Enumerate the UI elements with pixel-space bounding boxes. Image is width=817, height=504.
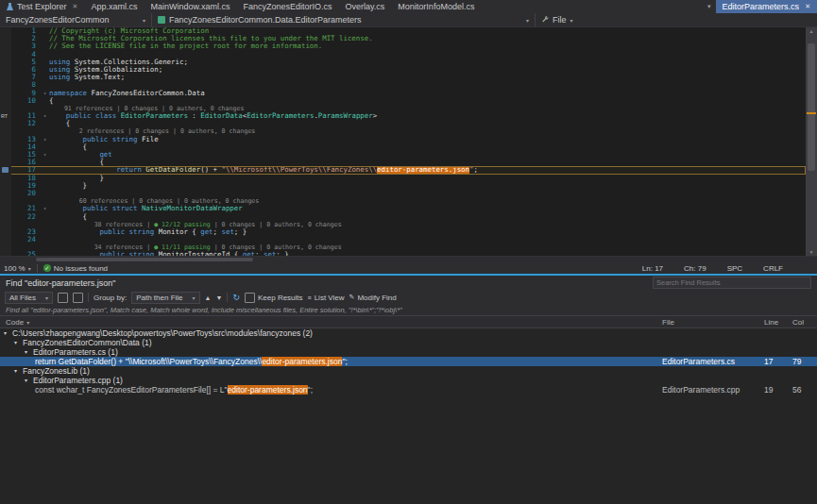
code-line[interactable]: 21▾ public struct NativeMonitorDataWrapp…: [0, 205, 806, 212]
fold-chevron-icon[interactable]: ▾: [41, 205, 49, 212]
fold-margin: [41, 190, 49, 197]
group-by-dropdown[interactable]: Path then File ▾: [131, 292, 199, 304]
glyph-margin: [0, 120, 11, 127]
project-dropdown[interactable]: FancyZonesEditorCommon ▾: [0, 13, 152, 26]
find-panel-title: Find "editor-parameters.json": [6, 278, 115, 288]
search-find-results-input[interactable]: [653, 277, 811, 289]
codelens-row[interactable]: 2 references | 0 changes | 0 authors, 0 …: [0, 127, 806, 135]
code-line[interactable]: RT11▾ public class EditorParameters : Ed…: [0, 112, 806, 120]
expander-icon[interactable]: ▾: [14, 338, 23, 347]
type-dropdown[interactable]: FancyZonesEditorCommon.Data.EditorParame…: [152, 13, 536, 26]
result-group-row[interactable]: ▾EditorParameters.cs (1): [0, 347, 817, 357]
result-match-row[interactable]: const wchar_t FancyZonesEditorParameters…: [0, 385, 817, 395]
tab-mainwindow-xaml-cs[interactable]: MainWindow.xaml.cs: [144, 0, 236, 13]
fold-chevron-icon[interactable]: ▾: [41, 90, 49, 97]
list-view-button[interactable]: ≡ List View: [308, 294, 345, 302]
collapse-all-icon[interactable]: [73, 293, 83, 303]
scroll-up-arrow-icon[interactable]: ▲: [806, 27, 817, 35]
column-header-code[interactable]: Code ▾: [0, 318, 662, 327]
expander-icon[interactable]: ▾: [4, 328, 12, 338]
code-line[interactable]: 6using System.Globalization;: [0, 66, 806, 74]
line-indicator[interactable]: Ln: 17: [642, 264, 663, 273]
code-line[interactable]: 8: [0, 81, 806, 89]
search-box: [653, 277, 811, 289]
expand-all-icon[interactable]: [58, 293, 68, 303]
code-line[interactable]: 12 {: [0, 120, 806, 127]
code-line[interactable]: 4: [0, 51, 806, 59]
member-dropdown[interactable]: File ▾: [536, 13, 817, 26]
expander-icon[interactable]: ▾: [25, 347, 33, 357]
tab-fancyzoneseditorio-cs[interactable]: FancyZonesEditorIO.cs: [236, 0, 338, 13]
glyph-margin: [0, 105, 11, 112]
tab-overlay-cs[interactable]: Overlay.cs: [339, 0, 392, 13]
scrollbar-thumb[interactable]: [808, 43, 815, 172]
char-indicator[interactable]: Ch: 79: [684, 264, 706, 273]
code-line[interactable]: 13▾ public string File: [0, 136, 806, 143]
code-line[interactable]: 17 return GetDataFolder() + "\\Microsoft…: [0, 166, 806, 174]
tab-app-xaml-cs[interactable]: App.xaml.cs: [84, 0, 144, 13]
eol-indicator[interactable]: CRLF: [763, 264, 783, 273]
code-line[interactable]: 19 }: [0, 182, 806, 190]
keep-results-button[interactable]: Keep Results: [245, 293, 303, 303]
sort-ascending-icon[interactable]: ▲: [205, 294, 212, 301]
code-line[interactable]: 10{: [0, 97, 806, 105]
result-match-row[interactable]: return GetDataFolder() + "\\Microsoft\\P…: [0, 357, 817, 366]
scrollbar-thumb[interactable]: [36, 258, 253, 261]
codelens-row[interactable]: 34 references | ● 11/11 passing | 0 chan…: [0, 244, 806, 251]
tab-editorparameters-cs[interactable]: EditorParameters.cs ✕: [716, 0, 817, 13]
code-line[interactable]: 3// See the LICENSE file in the project …: [0, 42, 806, 50]
code-text: // Copyright (c) Microsoft Corporation: [49, 27, 806, 35]
close-icon[interactable]: ✕: [73, 3, 78, 10]
expander-icon[interactable]: ▾: [14, 366, 23, 376]
glyph-margin: [0, 190, 11, 197]
column-header-line[interactable]: Line: [764, 318, 792, 327]
codelens-row[interactable]: 38 references | ● 12/12 passing | 0 chan…: [0, 221, 806, 228]
code-line[interactable]: 24: [0, 236, 806, 244]
code-line[interactable]: 14 {: [0, 143, 806, 151]
codelens-row[interactable]: 91 references | 0 changes | 0 authors, 0…: [0, 105, 806, 112]
glyph-margin: [0, 159, 11, 166]
codelens-row[interactable]: 60 references | 0 changes | 0 authors, 0…: [0, 197, 806, 205]
code-line[interactable]: 22 {: [0, 213, 806, 221]
tab-monitorinfomodel-cs[interactable]: MonitorInfoModel.cs: [391, 0, 481, 13]
editor-horizontal-scrollbar[interactable]: [0, 256, 817, 262]
code-text: namespace FancyZonesEditorCommon.Data: [49, 90, 806, 97]
result-group-row[interactable]: ▾FancyZonesLib (1): [0, 366, 817, 376]
sort-descending-icon[interactable]: ▼: [216, 294, 223, 301]
indent-indicator[interactable]: SPC: [727, 264, 742, 273]
result-group-row[interactable]: ▾FancyZonesEditorCommon\Data (1): [0, 338, 817, 347]
code-line[interactable]: 9▾namespace FancyZonesEditorCommon.Data: [0, 90, 806, 97]
result-group-row[interactable]: ▾EditorParameters.cpp (1): [0, 376, 817, 385]
code-line[interactable]: 7using System.Text;: [0, 74, 806, 81]
fold-chevron-icon[interactable]: ▾: [41, 112, 49, 120]
column-header-col[interactable]: Col: [792, 318, 817, 327]
tab-test-explorer[interactable]: Test Explorer✕: [0, 0, 84, 13]
code-line[interactable]: 16 {: [0, 159, 806, 166]
code-line[interactable]: 15▾ get: [0, 151, 806, 159]
code-line[interactable]: 20: [0, 190, 806, 197]
code-line[interactable]: 5using System.Collections.Generic;: [0, 59, 806, 66]
code-line[interactable]: 18 }: [0, 175, 806, 182]
zoom-dropdown[interactable]: 100 % ▾: [4, 264, 31, 273]
code-text: public string Monitor { get; set; }: [49, 228, 806, 236]
expander-icon[interactable]: ▾: [25, 376, 33, 385]
tab-overflow-chevron-icon[interactable]: ▾: [703, 3, 716, 10]
line-number: 16: [11, 159, 41, 166]
fold-chevron-icon[interactable]: ▾: [41, 136, 49, 143]
refresh-icon[interactable]: ↻: [232, 293, 240, 302]
editor-vertical-scrollbar[interactable]: ▲ ▼: [806, 27, 817, 256]
document-health-indicator[interactable]: ✓ No issues found: [43, 264, 108, 273]
scope-dropdown[interactable]: All Files ▾: [5, 292, 53, 304]
close-icon[interactable]: ✕: [805, 3, 810, 10]
tab-label: MainWindow.xaml.cs: [150, 2, 230, 11]
scroll-down-arrow-icon[interactable]: ▼: [806, 248, 817, 256]
code-line[interactable]: 1// Copyright (c) Microsoft Corporation: [0, 27, 806, 35]
code-line[interactable]: 2// The Microsoft Corporation licenses t…: [0, 35, 806, 42]
modify-find-button[interactable]: ✎ Modify Find: [349, 294, 397, 302]
code-line[interactable]: 23 public string Monitor { get; set; }: [0, 228, 806, 236]
result-group-row[interactable]: ▾C:\Users\zhaopengwang\Desktop\powertoys…: [0, 328, 817, 338]
fold-margin: [41, 159, 49, 166]
column-header-file[interactable]: File: [662, 318, 764, 327]
code-editor[interactable]: 1// Copyright (c) Microsoft Corporation2…: [0, 27, 817, 256]
fold-chevron-icon[interactable]: ▾: [41, 151, 49, 159]
